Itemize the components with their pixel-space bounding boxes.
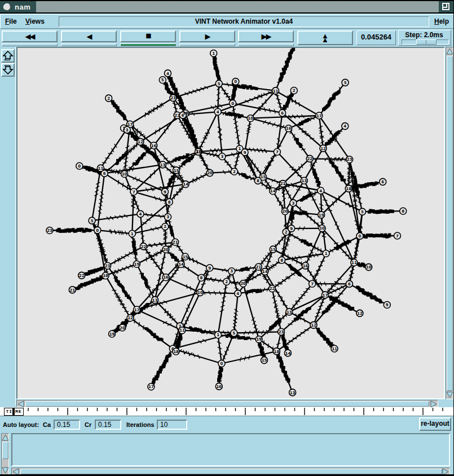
canvas-vertical-scrollbar[interactable] — [446, 47, 453, 399]
trace-hscroll-thumb[interactable] — [20, 469, 442, 474]
step-slider-thumb[interactable] — [416, 39, 437, 45]
fast-forward-button[interactable]: ▶▶ — [238, 30, 294, 42]
svg-text:16: 16 — [303, 264, 308, 268]
scroll-down-icon[interactable] — [446, 391, 453, 398]
step-back-indicator — [61, 43, 117, 46]
svg-text:17: 17 — [148, 385, 154, 389]
svg-text:13: 13 — [160, 163, 166, 168]
svg-text:21: 21 — [196, 150, 201, 155]
svg-text:8: 8 — [257, 179, 259, 183]
svg-text:19: 19 — [319, 213, 324, 218]
svg-text:23: 23 — [47, 228, 52, 233]
svg-text:12: 12 — [127, 316, 133, 320]
cr-input[interactable]: 0.15 — [95, 420, 121, 430]
svg-text:0: 0 — [78, 164, 81, 169]
svg-text:14: 14 — [270, 189, 276, 193]
trace-vscroll-thumb[interactable] — [2, 442, 8, 459]
svg-text:7: 7 — [311, 282, 314, 287]
window-maximize-icon[interactable] — [442, 3, 449, 10]
svg-text:15: 15 — [262, 358, 267, 363]
svg-text:22: 22 — [140, 245, 146, 249]
network-canvas[interactable]: 0123456789101112131415161718192021222301… — [16, 47, 445, 399]
play-button[interactable]: ▶ — [179, 30, 235, 42]
svg-text:10: 10 — [248, 116, 253, 121]
window-menu-icon[interactable] — [3, 3, 11, 11]
svg-text:20: 20 — [283, 209, 288, 214]
canvas-vscroll-thumb[interactable] — [447, 56, 453, 391]
svg-text:4: 4 — [217, 110, 219, 114]
svg-text:14: 14 — [285, 351, 291, 356]
iterations-label: Iterations — [126, 421, 155, 428]
svg-text:12: 12 — [320, 147, 326, 151]
svg-text:0: 0 — [220, 362, 223, 366]
svg-text:7: 7 — [276, 150, 279, 155]
svg-text:11: 11 — [273, 89, 279, 94]
svg-text:21: 21 — [280, 182, 286, 186]
app-title-field: VINT Network Animator v1.0a4 — [59, 16, 429, 27]
stop-icon: ■ — [121, 32, 175, 41]
ca-label: Ca — [43, 421, 51, 428]
graph-nodes — [46, 48, 407, 396]
menu-views[interactable]: Views — [25, 17, 45, 25]
time-ruler[interactable]: TIME — [0, 407, 454, 416]
stop-button[interactable]: ■ — [120, 30, 176, 42]
ruler-ticks — [0, 407, 454, 416]
relayout-button[interactable]: re-layout — [419, 417, 451, 431]
svg-text:2: 2 — [285, 230, 288, 235]
svg-text:2: 2 — [293, 89, 296, 93]
svg-text:10: 10 — [366, 265, 372, 270]
svg-text:20: 20 — [207, 171, 213, 175]
svg-text:3: 3 — [221, 155, 223, 159]
canvas-horizontal-scrollbar[interactable] — [16, 400, 438, 407]
scroll-up-icon[interactable] — [446, 48, 453, 55]
svg-text:5: 5 — [218, 82, 221, 86]
step-panel: Step: 2.0ms — [398, 30, 451, 46]
svg-text:22: 22 — [307, 157, 312, 161]
step-back-button[interactable]: ◀ — [61, 30, 117, 42]
svg-text:14: 14 — [183, 182, 188, 187]
zoom-out-button[interactable] — [1, 63, 15, 77]
titlebar-right[interactable] — [439, 1, 454, 12]
time-slider-tab[interactable]: TIME — [4, 408, 24, 416]
trace-panel[interactable] — [11, 433, 450, 466]
rewind-button[interactable]: ◀◀ — [2, 30, 58, 42]
svg-text:1: 1 — [131, 232, 134, 236]
svg-text:10: 10 — [197, 290, 203, 295]
svg-text:9: 9 — [290, 227, 293, 231]
svg-text:6: 6 — [103, 171, 106, 176]
svg-text:6: 6 — [381, 180, 384, 184]
svg-text:11: 11 — [98, 166, 104, 171]
svg-text:15: 15 — [270, 248, 276, 252]
svg-text:10: 10 — [122, 172, 127, 177]
canvas-hscroll-thumb[interactable] — [25, 401, 429, 407]
svg-text:16: 16 — [151, 144, 157, 148]
svg-text:23: 23 — [279, 330, 284, 334]
zoom-out-icon — [2, 64, 14, 76]
trace-scroll-up-icon[interactable] — [2, 434, 9, 442]
svg-text:17: 17 — [316, 114, 322, 118]
window-titlebar[interactable]: nam — [0, 0, 454, 14]
time-cursor — [12, 408, 15, 416]
zoom-in-button[interactable] — [1, 49, 15, 63]
auto-layout-label: Auto layout: — [3, 421, 39, 428]
svg-text:2: 2 — [225, 280, 228, 284]
window-title: nam — [15, 3, 30, 11]
jump-end-button[interactable]: ▲▲ — [297, 30, 353, 45]
svg-text:6: 6 — [348, 282, 351, 287]
trace-vertical-scrollbar[interactable] — [1, 433, 9, 475]
svg-text:15: 15 — [261, 175, 266, 179]
svg-text:20: 20 — [120, 326, 125, 330]
svg-text:1: 1 — [325, 252, 328, 256]
svg-text:19: 19 — [109, 332, 115, 337]
play-icon: ▶ — [180, 32, 234, 41]
menu-file[interactable]: File — [5, 17, 17, 25]
svg-text:0: 0 — [359, 234, 362, 239]
iterations-input[interactable]: 10 — [157, 420, 187, 430]
menu-help[interactable]: Help — [434, 17, 449, 25]
ca-input[interactable]: 0.15 — [54, 420, 80, 430]
svg-text:18: 18 — [173, 350, 179, 354]
step-back-icon: ◀ — [62, 32, 116, 41]
svg-text:17: 17 — [134, 308, 140, 312]
trace-scroll-down-icon[interactable] — [2, 466, 9, 474]
svg-text:18: 18 — [274, 350, 280, 354]
